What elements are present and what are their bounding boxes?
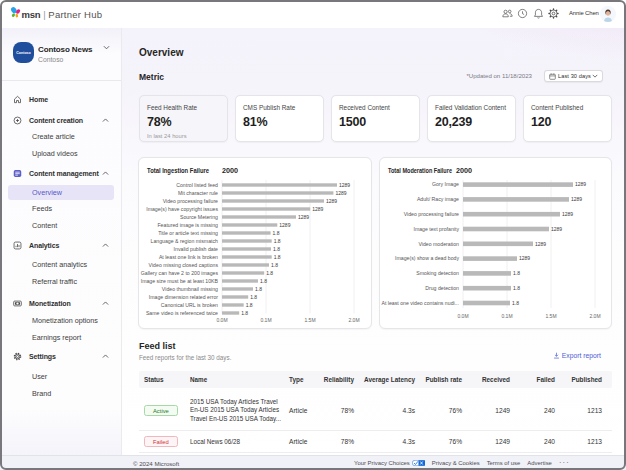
svg-text:1.8: 1.8 [513,270,520,276]
svg-text:Video moderation: Video moderation [418,241,459,247]
svg-text:1.8: 1.8 [273,230,280,236]
svg-text:Image(s) have copyright issues: Image(s) have copyright issues [146,206,218,212]
svg-text:At least one video contains nu: At least one video contains nudi... [381,300,459,306]
svg-text:Video missing closed captions: Video missing closed captions [149,262,219,268]
svg-text:Invalid publish date: Invalid publish date [174,246,219,252]
svg-text:1289: 1289 [519,255,530,261]
svg-text:2000: 2000 [222,166,238,175]
svg-text:1.8: 1.8 [273,246,280,252]
svg-text:Image dimension related error: Image dimension related error [149,294,218,300]
svg-text:Gallery can have 2 to 200 imag: Gallery can have 2 to 200 images [141,270,219,276]
svg-text:Canonical URL is broken: Canonical URL is broken [161,302,218,308]
svg-text:1.8: 1.8 [513,285,520,291]
svg-text:1.8: 1.8 [271,262,278,268]
svg-text:Image text profanity: Image text profanity [413,226,459,232]
svg-text:1289: 1289 [339,182,350,188]
svg-text:2.0M: 2.0M [348,317,359,323]
svg-text:1289: 1289 [551,226,562,232]
svg-text:Image(s) show a dead body: Image(s) show a dead body [395,255,459,261]
svg-text:1.8: 1.8 [512,300,519,306]
svg-text:0.0M: 0.0M [216,317,227,323]
svg-text:1.8: 1.8 [274,254,281,260]
svg-text:0.0M: 0.0M [457,313,468,319]
svg-text:0.1M: 0.1M [260,317,271,323]
svg-text:Smoking detection: Smoking detection [416,270,459,276]
svg-text:Gory Image: Gory Image [432,181,459,187]
svg-text:Video processing failure: Video processing failure [404,211,459,217]
svg-text:Control listed feed: Control listed feed [176,182,218,188]
svg-text:1289: 1289 [298,214,309,220]
svg-text:1.5M: 1.5M [304,317,315,323]
svg-text:1.8: 1.8 [246,302,253,308]
svg-text:Video thumbnail missing: Video thumbnail missing [162,286,218,292]
svg-text:Image size must be at least 10: Image size must be at least 10KB [141,278,219,284]
svg-text:Drug detection: Drug detection [425,285,459,291]
svg-text:1289: 1289 [326,198,337,204]
svg-text:2.0M: 2.0M [589,313,600,319]
svg-text:Source Metering: Source Metering [180,214,218,220]
svg-text:1.8: 1.8 [250,294,257,300]
svg-text:Adult/ Racy image: Adult/ Racy image [417,196,459,202]
svg-text:Same video is referenced twice: Same video is referenced twice [146,310,218,316]
svg-text:1.8: 1.8 [274,238,281,244]
svg-text:Title or article text missing: Title or article text missing [158,230,218,236]
svg-text:Language & region mismatch: Language & region mismatch [151,238,219,244]
svg-text:1289: 1289 [335,190,346,196]
svg-text:1289: 1289 [562,211,573,217]
svg-text:1.8: 1.8 [255,286,262,292]
svg-text:Video processing failure: Video processing failure [163,198,218,204]
svg-text:1289: 1289 [571,196,582,202]
svg-text:Total Ingestion Failure: Total Ingestion Failure [147,166,209,175]
svg-text:Featured image is missing: Featured image is missing [157,222,218,228]
svg-text:1.8: 1.8 [241,310,248,316]
svg-text:1289: 1289 [535,241,546,247]
svg-text:1289: 1289 [312,206,323,212]
svg-text:1.8: 1.8 [266,270,273,276]
svg-text:1289: 1289 [575,181,586,187]
svg-text:Total Moderation Failure: Total Moderation Failure [388,166,452,175]
svg-text:2000: 2000 [456,166,472,175]
svg-text:1289: 1289 [279,222,290,228]
svg-text:1.5M: 1.5M [545,313,556,319]
svg-text:0.1M: 0.1M [501,313,512,319]
svg-text:Mit character rule: Mit character rule [178,190,218,196]
svg-text:1.8: 1.8 [260,278,267,284]
svg-text:At least one link is broken: At least one link is broken [159,254,218,260]
